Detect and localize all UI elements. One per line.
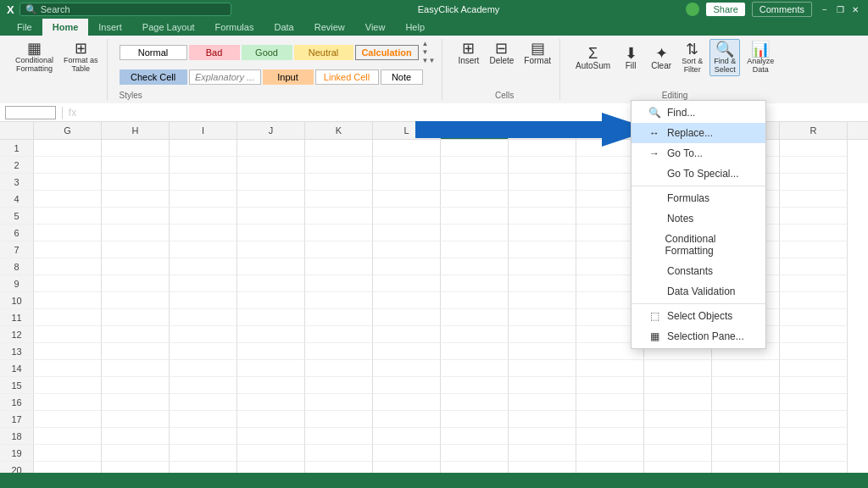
style-explanatory[interactable]: Explanatory ... — [189, 69, 261, 85]
cell-K11[interactable] — [305, 309, 373, 326]
cell-G2[interactable] — [34, 157, 102, 174]
cell-G17[interactable] — [34, 411, 102, 428]
cell-L6[interactable] — [373, 225, 441, 241]
cell-Q15[interactable] — [712, 377, 780, 394]
cell-H5[interactable] — [102, 208, 170, 225]
cell-I3[interactable] — [170, 174, 237, 191]
cell-H16[interactable] — [102, 394, 170, 411]
cell-M19[interactable] — [441, 445, 509, 462]
cell-I4[interactable] — [170, 191, 237, 208]
cell-M15[interactable] — [441, 377, 509, 394]
cell-H6[interactable] — [102, 225, 170, 241]
cell-P14[interactable] — [644, 360, 712, 377]
clear-button[interactable]: ✦ Clear — [648, 44, 675, 72]
cell-J19[interactable] — [237, 445, 305, 462]
cell-H17[interactable] — [102, 411, 170, 428]
cell-J14[interactable] — [237, 360, 305, 377]
cell-G18[interactable] — [34, 428, 102, 445]
cell-I12[interactable] — [170, 326, 237, 343]
cell-N15[interactable] — [509, 377, 576, 394]
cell-J2[interactable] — [237, 157, 305, 174]
cell-G10[interactable] — [34, 292, 102, 309]
cell-L11[interactable] — [373, 309, 441, 326]
menu-data-validation[interactable]: Data Validation — [632, 281, 765, 302]
tab-home[interactable]: Home — [42, 19, 89, 36]
cell-J11[interactable] — [237, 309, 305, 326]
menu-find[interactable]: 🔍 Find... — [632, 103, 765, 123]
cell-R7[interactable] — [780, 241, 848, 258]
cell-O14[interactable] — [576, 360, 644, 377]
name-box[interactable] — [5, 106, 56, 119]
cell-G9[interactable] — [34, 275, 102, 292]
tab-data[interactable]: Data — [264, 19, 303, 36]
cell-G16[interactable] — [34, 394, 102, 411]
cell-J4[interactable] — [237, 191, 305, 208]
comments-button[interactable]: Comments — [752, 2, 812, 17]
cell-Q17[interactable] — [712, 411, 780, 428]
cell-R1[interactable] — [780, 140, 848, 157]
cell-N13[interactable] — [509, 343, 576, 360]
cell-J12[interactable] — [237, 326, 305, 343]
cell-I18[interactable] — [170, 428, 237, 445]
analyze-data-button[interactable]: 📊 AnalyzeData — [743, 40, 777, 75]
cell-K19[interactable] — [305, 445, 373, 462]
cell-L19[interactable] — [373, 445, 441, 462]
cell-H10[interactable] — [102, 292, 170, 309]
cell-N2[interactable] — [509, 157, 576, 174]
cell-N14[interactable] — [509, 360, 576, 377]
cell-I11[interactable] — [170, 309, 237, 326]
cell-R5[interactable] — [780, 208, 848, 225]
cell-N19[interactable] — [509, 445, 576, 462]
cell-H4[interactable] — [102, 191, 170, 208]
cell-N10[interactable] — [509, 292, 576, 309]
menu-conditional-formatting[interactable]: Conditional Formatting — [632, 229, 765, 261]
style-bad[interactable]: Bad — [189, 45, 240, 60]
cell-Q16[interactable] — [712, 394, 780, 411]
cell-N16[interactable] — [509, 394, 576, 411]
cell-H9[interactable] — [102, 275, 170, 292]
cell-I6[interactable] — [170, 225, 237, 241]
cell-G8[interactable] — [34, 258, 102, 275]
cell-K1[interactable] — [305, 140, 373, 157]
cell-O17[interactable] — [576, 411, 644, 428]
style-normal[interactable]: Normal — [120, 45, 187, 60]
cell-J13[interactable] — [237, 343, 305, 360]
cell-P18[interactable] — [644, 428, 712, 445]
cell-R2[interactable] — [780, 157, 848, 174]
cell-R15[interactable] — [780, 377, 848, 394]
delete-button[interactable]: ⊟ Delete — [486, 39, 517, 67]
cell-L18[interactable] — [373, 428, 441, 445]
cell-P17[interactable] — [644, 411, 712, 428]
cell-K5[interactable] — [305, 208, 373, 225]
cell-M10[interactable] — [441, 292, 509, 309]
cell-J8[interactable] — [237, 258, 305, 275]
cell-N5[interactable] — [509, 208, 576, 225]
cell-J10[interactable] — [237, 292, 305, 309]
cell-I1[interactable] — [170, 140, 237, 157]
cell-J3[interactable] — [237, 174, 305, 191]
cell-R10[interactable] — [780, 292, 848, 309]
col-header-k[interactable]: K — [305, 122, 373, 139]
cell-H19[interactable] — [102, 445, 170, 462]
cell-H13[interactable] — [102, 343, 170, 360]
cell-J16[interactable] — [237, 394, 305, 411]
cell-G5[interactable] — [34, 208, 102, 225]
cell-L16[interactable] — [373, 394, 441, 411]
col-header-j[interactable]: J — [237, 122, 305, 139]
cell-L4[interactable] — [373, 191, 441, 208]
cell-K16[interactable] — [305, 394, 373, 411]
cell-O15[interactable] — [576, 377, 644, 394]
cell-G15[interactable] — [34, 377, 102, 394]
cell-G12[interactable] — [34, 326, 102, 343]
cell-K13[interactable] — [305, 343, 373, 360]
cell-N18[interactable] — [509, 428, 576, 445]
cell-I14[interactable] — [170, 360, 237, 377]
cell-H8[interactable] — [102, 258, 170, 275]
cell-K15[interactable] — [305, 377, 373, 394]
cell-N6[interactable] — [509, 225, 576, 241]
cell-N11[interactable] — [509, 309, 576, 326]
cell-R16[interactable] — [780, 394, 848, 411]
menu-formulas[interactable]: Formulas — [632, 188, 765, 208]
format-as-table-button[interactable]: ⊞ Format asTable — [60, 39, 102, 75]
cell-R6[interactable] — [780, 225, 848, 241]
